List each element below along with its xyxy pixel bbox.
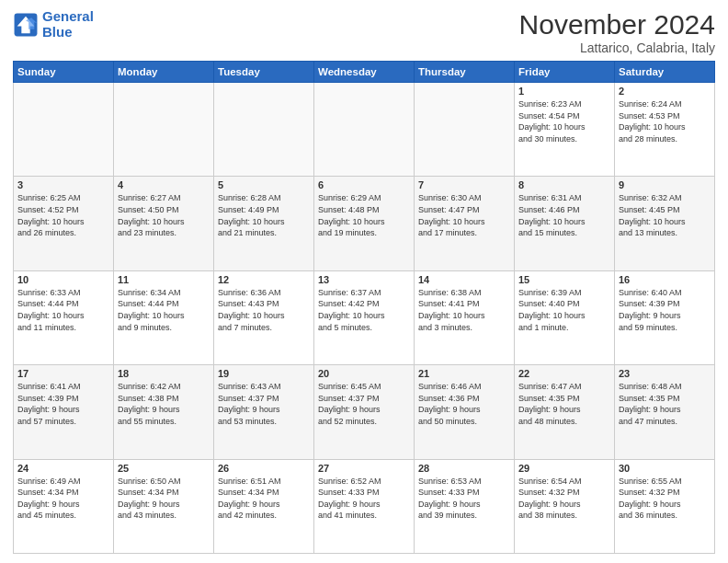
day-number: 16 <box>619 274 711 285</box>
day-number: 25 <box>118 463 210 474</box>
day-info: Sunrise: 6:48 AM Sunset: 4:35 PM Dayligh… <box>619 381 711 427</box>
calendar-day: 30Sunrise: 6:55 AM Sunset: 4:32 PM Dayli… <box>615 459 715 553</box>
day-info: Sunrise: 6:28 AM Sunset: 4:49 PM Dayligh… <box>218 192 310 238</box>
logo-line1: General <box>42 8 94 24</box>
calendar-week-row: 3Sunrise: 6:25 AM Sunset: 4:52 PM Daylig… <box>14 177 715 270</box>
day-number: 21 <box>418 368 510 379</box>
day-info: Sunrise: 6:29 AM Sunset: 4:48 PM Dayligh… <box>318 192 410 238</box>
day-info: Sunrise: 6:38 AM Sunset: 4:41 PM Dayligh… <box>418 287 510 333</box>
day-number: 24 <box>17 463 109 474</box>
logo: General Blue <box>13 9 94 40</box>
calendar-day: 13Sunrise: 6:37 AM Sunset: 4:42 PM Dayli… <box>314 270 415 364</box>
day-number: 27 <box>318 463 410 474</box>
title-block: November 2024 Lattarico, Calabria, Italy <box>519 9 715 55</box>
day-number: 8 <box>518 179 610 190</box>
day-info: Sunrise: 6:46 AM Sunset: 4:36 PM Dayligh… <box>418 381 510 427</box>
calendar-day: 11Sunrise: 6:34 AM Sunset: 4:44 PM Dayli… <box>114 270 214 364</box>
calendar-day: 29Sunrise: 6:54 AM Sunset: 4:32 PM Dayli… <box>515 459 615 553</box>
calendar-day: 15Sunrise: 6:39 AM Sunset: 4:40 PM Dayli… <box>515 270 615 364</box>
calendar-day: 6Sunrise: 6:29 AM Sunset: 4:48 PM Daylig… <box>314 177 415 270</box>
calendar-day: 9Sunrise: 6:32 AM Sunset: 4:45 PM Daylig… <box>615 177 715 270</box>
calendar-day <box>14 83 114 177</box>
calendar-header-row: SundayMondayTuesdayWednesdayThursdayFrid… <box>14 62 715 83</box>
day-number: 17 <box>17 368 109 379</box>
day-number: 11 <box>118 274 210 285</box>
day-number: 13 <box>318 274 410 285</box>
day-info: Sunrise: 6:47 AM Sunset: 4:35 PM Dayligh… <box>518 381 610 427</box>
day-info: Sunrise: 6:50 AM Sunset: 4:34 PM Dayligh… <box>118 476 210 522</box>
calendar-day: 18Sunrise: 6:42 AM Sunset: 4:38 PM Dayli… <box>114 365 214 459</box>
day-info: Sunrise: 6:32 AM Sunset: 4:45 PM Dayligh… <box>619 192 711 238</box>
calendar-day: 16Sunrise: 6:40 AM Sunset: 4:39 PM Dayli… <box>615 270 715 364</box>
day-info: Sunrise: 6:34 AM Sunset: 4:44 PM Dayligh… <box>118 287 210 333</box>
day-info: Sunrise: 6:45 AM Sunset: 4:37 PM Dayligh… <box>318 381 410 427</box>
calendar-day: 24Sunrise: 6:49 AM Sunset: 4:34 PM Dayli… <box>14 459 114 553</box>
calendar-day: 19Sunrise: 6:43 AM Sunset: 4:37 PM Dayli… <box>214 365 314 459</box>
day-number: 9 <box>619 179 711 190</box>
day-info: Sunrise: 6:49 AM Sunset: 4:34 PM Dayligh… <box>17 476 109 522</box>
day-info: Sunrise: 6:30 AM Sunset: 4:47 PM Dayligh… <box>418 192 510 238</box>
day-info: Sunrise: 6:33 AM Sunset: 4:44 PM Dayligh… <box>17 287 109 333</box>
calendar-header-tuesday: Tuesday <box>214 62 314 83</box>
calendar-day: 12Sunrise: 6:36 AM Sunset: 4:43 PM Dayli… <box>214 270 314 364</box>
calendar-week-row: 24Sunrise: 6:49 AM Sunset: 4:34 PM Dayli… <box>14 459 715 553</box>
day-number: 22 <box>518 368 610 379</box>
logo-icon <box>13 12 39 38</box>
calendar-header-wednesday: Wednesday <box>314 62 415 83</box>
calendar-day: 23Sunrise: 6:48 AM Sunset: 4:35 PM Dayli… <box>615 365 715 459</box>
calendar-day: 20Sunrise: 6:45 AM Sunset: 4:37 PM Dayli… <box>314 365 415 459</box>
calendar-day: 4Sunrise: 6:27 AM Sunset: 4:50 PM Daylig… <box>114 177 214 270</box>
calendar-day: 25Sunrise: 6:50 AM Sunset: 4:34 PM Dayli… <box>114 459 214 553</box>
calendar-day: 8Sunrise: 6:31 AM Sunset: 4:46 PM Daylig… <box>515 177 615 270</box>
calendar-week-row: 10Sunrise: 6:33 AM Sunset: 4:44 PM Dayli… <box>14 270 715 364</box>
day-number: 12 <box>218 274 310 285</box>
day-number: 20 <box>318 368 410 379</box>
calendar-header-saturday: Saturday <box>615 62 715 83</box>
day-number: 14 <box>418 274 510 285</box>
day-info: Sunrise: 6:42 AM Sunset: 4:38 PM Dayligh… <box>118 381 210 427</box>
day-number: 4 <box>118 179 210 190</box>
calendar-day: 17Sunrise: 6:41 AM Sunset: 4:39 PM Dayli… <box>14 365 114 459</box>
calendar-header-thursday: Thursday <box>415 62 515 83</box>
calendar-day: 21Sunrise: 6:46 AM Sunset: 4:36 PM Dayli… <box>415 365 515 459</box>
month-title: November 2024 <box>519 9 715 40</box>
calendar-day: 22Sunrise: 6:47 AM Sunset: 4:35 PM Dayli… <box>515 365 615 459</box>
calendar-day: 2Sunrise: 6:24 AM Sunset: 4:53 PM Daylig… <box>615 83 715 177</box>
calendar-day: 7Sunrise: 6:30 AM Sunset: 4:47 PM Daylig… <box>415 177 515 270</box>
day-number: 30 <box>619 463 711 474</box>
calendar-day <box>415 83 515 177</box>
day-info: Sunrise: 6:31 AM Sunset: 4:46 PM Dayligh… <box>518 192 610 238</box>
calendar-day: 5Sunrise: 6:28 AM Sunset: 4:49 PM Daylig… <box>214 177 314 270</box>
day-number: 29 <box>518 463 610 474</box>
day-info: Sunrise: 6:55 AM Sunset: 4:32 PM Dayligh… <box>619 476 711 522</box>
day-info: Sunrise: 6:36 AM Sunset: 4:43 PM Dayligh… <box>218 287 310 333</box>
day-number: 26 <box>218 463 310 474</box>
calendar-day <box>214 83 314 177</box>
day-number: 23 <box>619 368 711 379</box>
day-number: 5 <box>218 179 310 190</box>
day-number: 28 <box>418 463 510 474</box>
calendar-week-row: 1Sunrise: 6:23 AM Sunset: 4:54 PM Daylig… <box>14 83 715 177</box>
day-info: Sunrise: 6:39 AM Sunset: 4:40 PM Dayligh… <box>518 287 610 333</box>
day-number: 18 <box>118 368 210 379</box>
day-number: 7 <box>418 179 510 190</box>
day-info: Sunrise: 6:51 AM Sunset: 4:34 PM Dayligh… <box>218 476 310 522</box>
calendar-day: 10Sunrise: 6:33 AM Sunset: 4:44 PM Dayli… <box>14 270 114 364</box>
day-info: Sunrise: 6:54 AM Sunset: 4:32 PM Dayligh… <box>518 476 610 522</box>
calendar-header-sunday: Sunday <box>14 62 114 83</box>
day-number: 2 <box>619 86 711 97</box>
day-number: 10 <box>17 274 109 285</box>
logo-text: General Blue <box>42 9 94 40</box>
location: Lattarico, Calabria, Italy <box>519 40 715 55</box>
header: General Blue November 2024 Lattarico, Ca… <box>13 9 715 55</box>
day-info: Sunrise: 6:37 AM Sunset: 4:42 PM Dayligh… <box>318 287 410 333</box>
calendar-day <box>314 83 415 177</box>
day-info: Sunrise: 6:40 AM Sunset: 4:39 PM Dayligh… <box>619 287 711 333</box>
page: General Blue November 2024 Lattarico, Ca… <box>0 0 728 563</box>
day-number: 15 <box>518 274 610 285</box>
day-info: Sunrise: 6:25 AM Sunset: 4:52 PM Dayligh… <box>17 192 109 238</box>
day-info: Sunrise: 6:24 AM Sunset: 4:53 PM Dayligh… <box>619 98 711 144</box>
calendar-day: 3Sunrise: 6:25 AM Sunset: 4:52 PM Daylig… <box>14 177 114 270</box>
day-number: 19 <box>218 368 310 379</box>
calendar-day <box>114 83 214 177</box>
